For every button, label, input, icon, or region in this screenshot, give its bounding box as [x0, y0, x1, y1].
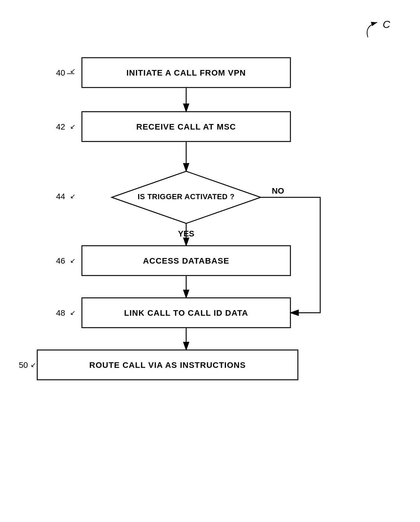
- svg-text:↙: ↙: [70, 123, 76, 130]
- label-50: 50: [19, 360, 28, 370]
- svg-text:↙: ↙: [70, 257, 76, 264]
- svg-text:↙: ↙: [31, 361, 36, 369]
- box-50-text: ROUTE CALL VIA AS INSTRUCTIONS: [89, 360, 246, 370]
- label-46: 46: [56, 256, 65, 265]
- box-48-text: LINK CALL TO CALL ID DATA: [124, 308, 248, 318]
- diamond-44-text: IS TRIGGER ACTIVATED ?: [138, 192, 235, 201]
- label-40: 40: [56, 68, 65, 77]
- svg-text:↙: ↙: [70, 67, 76, 74]
- svg-text:↙: ↙: [70, 192, 76, 200]
- flowchart-svg: INITIATE A CALL FROM VPN 40 ↙ RECEIVE CA…: [0, 0, 420, 522]
- box-46-text: ACCESS DATABASE: [143, 256, 229, 265]
- no-label: NO: [272, 186, 284, 195]
- label-44: 44: [56, 192, 65, 201]
- box-40-text: INITIATE A CALL FROM VPN: [127, 68, 246, 77]
- svg-text:↙: ↙: [70, 309, 76, 316]
- box-42-text: RECEIVE CALL AT MSC: [136, 122, 236, 131]
- label-48: 48: [56, 308, 65, 318]
- label-42: 42: [56, 122, 65, 131]
